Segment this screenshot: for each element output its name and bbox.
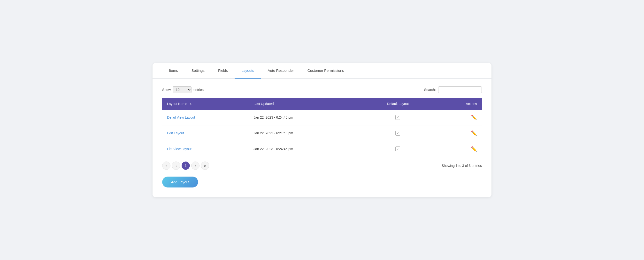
- table-row: Edit Layout Jan 22, 2023 - 6:24:45 pm ✓ …: [162, 125, 482, 141]
- controls-row: Show 10 25 50 100 entries Search:: [162, 86, 482, 93]
- cell-actions: ✏️: [434, 125, 482, 141]
- main-card: Items Settings Fields Layouts Auto Respo…: [152, 63, 492, 197]
- edit-icon-0[interactable]: ✏️: [471, 115, 477, 120]
- col-actions: Actions: [434, 98, 482, 110]
- tab-nav: Items Settings Fields Layouts Auto Respo…: [152, 63, 492, 79]
- search-group: Search:: [424, 86, 482, 93]
- layout-link-1[interactable]: Edit Layout: [167, 131, 184, 135]
- default-checkbox-2[interactable]: ✓: [395, 147, 400, 151]
- cell-actions: ✏️: [434, 110, 482, 125]
- content-area: Show 10 25 50 100 entries Search:: [152, 79, 492, 157]
- entries-select[interactable]: 10 25 50 100: [172, 86, 192, 93]
- default-checkbox-0[interactable]: ✓: [395, 115, 400, 120]
- tab-customer-permissions[interactable]: Customer Permissions: [301, 63, 351, 79]
- col-layout-name: Layout Name ↑↓: [162, 98, 249, 110]
- page-btn-next[interactable]: ›: [191, 162, 200, 170]
- entries-label: entries: [194, 88, 204, 92]
- layout-link-0[interactable]: Detail View Layout: [167, 115, 195, 119]
- layout-link-2[interactable]: List View Layout: [167, 147, 192, 151]
- table-body: Detail View Layout Jan 22, 2023 - 6:24:4…: [162, 110, 482, 157]
- table-row: List View Layout Jan 22, 2023 - 6:24:45 …: [162, 141, 482, 157]
- col-default-layout: Default Layout: [362, 98, 434, 110]
- page-btn-prev[interactable]: ‹: [172, 162, 180, 170]
- table-row: Detail View Layout Jan 22, 2023 - 6:24:4…: [162, 110, 482, 125]
- default-checkbox-1[interactable]: ✓: [395, 131, 400, 136]
- layouts-table: Layout Name ↑↓ Last Updated Default Layo…: [162, 98, 482, 157]
- search-input[interactable]: [438, 86, 482, 93]
- tab-settings[interactable]: Settings: [185, 63, 211, 79]
- pagination-row: «‹1›» Showing 1 to 3 of 3 entries: [152, 157, 492, 170]
- cell-last-updated: Jan 22, 2023 - 6:24:45 pm: [249, 110, 362, 125]
- show-label: Show: [162, 88, 171, 92]
- page-btn-page[interactable]: 1: [182, 162, 190, 170]
- showing-text: Showing 1 to 3 of 3 entries: [442, 164, 482, 168]
- cell-layout-name: Detail View Layout: [162, 110, 249, 125]
- col-last-updated: Last Updated: [249, 98, 362, 110]
- cell-default-layout: ✓: [362, 141, 434, 157]
- tab-auto-responder[interactable]: Auto Responder: [261, 63, 300, 79]
- show-entries-group: Show 10 25 50 100 entries: [162, 86, 204, 93]
- cell-last-updated: Jan 22, 2023 - 6:24:45 pm: [249, 125, 362, 141]
- table-header-row: Layout Name ↑↓ Last Updated Default Layo…: [162, 98, 482, 110]
- cell-default-layout: ✓: [362, 110, 434, 125]
- sort-icon[interactable]: ↑↓: [190, 102, 192, 106]
- edit-icon-2[interactable]: ✏️: [471, 146, 477, 152]
- cell-layout-name: Edit Layout: [162, 125, 249, 141]
- cell-layout-name: List View Layout: [162, 141, 249, 157]
- edit-icon-1[interactable]: ✏️: [471, 131, 477, 136]
- cell-last-updated: Jan 22, 2023 - 6:24:45 pm: [249, 141, 362, 157]
- layouts-table-wrapper: Layout Name ↑↓ Last Updated Default Layo…: [162, 98, 482, 157]
- add-layout-button[interactable]: Add Layout: [162, 177, 198, 187]
- tab-fields[interactable]: Fields: [211, 63, 234, 79]
- cell-actions: ✏️: [434, 141, 482, 157]
- page-btn-last[interactable]: »: [201, 162, 209, 170]
- search-label: Search:: [424, 88, 436, 92]
- tab-layouts[interactable]: Layouts: [234, 63, 261, 79]
- page-btn-first[interactable]: «: [162, 162, 170, 170]
- tab-items[interactable]: Items: [162, 63, 185, 79]
- pagination: «‹1›»: [162, 162, 209, 170]
- cell-default-layout: ✓: [362, 125, 434, 141]
